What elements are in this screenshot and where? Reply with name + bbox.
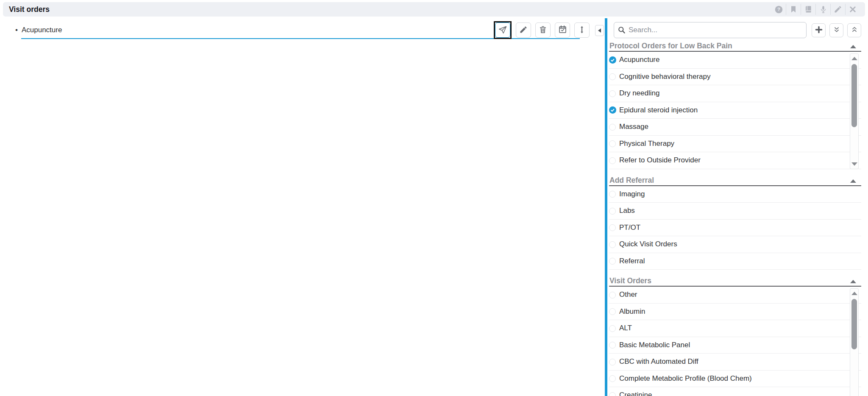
scroll-down-icon[interactable] bbox=[851, 162, 857, 166]
order-item-label: Physical Therapy bbox=[619, 139, 674, 148]
order-item[interactable]: Basic Metabolic Panel bbox=[609, 337, 861, 354]
order-item-label: Dry needling bbox=[619, 89, 659, 98]
scroll-up-icon[interactable] bbox=[851, 57, 857, 60]
order-item-label: ALT bbox=[619, 324, 632, 332]
order-item-label: PT/OT bbox=[619, 223, 640, 232]
order-item[interactable]: Quick Visit Orders bbox=[609, 236, 861, 253]
close-button[interactable] bbox=[846, 4, 860, 15]
check-circle-icon bbox=[609, 291, 616, 298]
order-item[interactable]: ALT bbox=[609, 320, 861, 337]
order-item[interactable]: Referral bbox=[609, 253, 861, 270]
order-item[interactable]: Refer to Outside Provider bbox=[609, 152, 861, 169]
order-item-label: Quick Visit Orders bbox=[619, 240, 677, 248]
order-item[interactable]: Albumin bbox=[609, 304, 861, 321]
resize-vertical-icon bbox=[578, 25, 586, 35]
check-circle-icon bbox=[609, 140, 616, 147]
order-item[interactable]: Massage bbox=[609, 119, 861, 136]
order-item[interactable]: Complete Metabolic Profile (Blood Chem) bbox=[609, 371, 861, 388]
section-header: Visit Orders bbox=[609, 276, 861, 287]
order-item[interactable]: Imaging bbox=[609, 186, 861, 203]
microphone-icon bbox=[819, 5, 828, 14]
order-bullet: • bbox=[15, 26, 18, 34]
delete-order-button[interactable] bbox=[535, 22, 551, 38]
order-item-label: Epidural steroid injection bbox=[619, 106, 698, 114]
order-item[interactable]: Creatinine bbox=[609, 387, 861, 396]
order-item[interactable]: Other bbox=[609, 287, 861, 304]
check-circle-icon bbox=[609, 257, 616, 265]
order-item-label: Albumin bbox=[619, 307, 645, 316]
order-item[interactable]: Labs bbox=[609, 203, 861, 220]
order-item-label: Refer to Outside Provider bbox=[619, 156, 701, 165]
edit-note-button[interactable] bbox=[831, 4, 845, 15]
check-circle-icon bbox=[609, 375, 616, 382]
panel-search-row bbox=[614, 22, 861, 38]
collapse-panel-button[interactable] bbox=[595, 25, 604, 36]
collapse-all-button[interactable] bbox=[829, 23, 843, 37]
bookmark-button[interactable] bbox=[786, 4, 801, 15]
list-scrollbar[interactable] bbox=[850, 53, 859, 169]
order-item-label: Cognitive behavioral therapy bbox=[619, 73, 710, 81]
check-circle-icon bbox=[609, 308, 616, 315]
section-list: Acupuncture Cognitive behavioral therapy… bbox=[609, 52, 861, 169]
chevron-left-icon bbox=[598, 28, 601, 33]
add-icon bbox=[815, 25, 823, 35]
section-list: Other Albumin ALT Basic Metabolic Panel bbox=[609, 287, 861, 396]
send-icon bbox=[498, 25, 507, 36]
dictation-button[interactable] bbox=[816, 4, 830, 15]
page-title: Visit orders bbox=[3, 5, 50, 14]
order-item-label: Creatinine bbox=[619, 391, 652, 396]
check-circle-icon bbox=[609, 106, 616, 114]
selected-order-row[interactable]: • Acupuncture bbox=[15, 26, 62, 34]
check-circle-icon bbox=[609, 73, 616, 80]
triangle-up-icon[interactable] bbox=[850, 179, 856, 183]
order-item[interactable]: PT/OT bbox=[609, 220, 861, 237]
close-icon bbox=[849, 6, 857, 13]
send-button[interactable] bbox=[495, 22, 510, 38]
help-button[interactable]: ? bbox=[771, 4, 786, 15]
edit-order-button[interactable] bbox=[516, 22, 531, 38]
check-circle-icon bbox=[609, 341, 616, 349]
order-item[interactable]: Acupuncture bbox=[609, 52, 861, 69]
order-item[interactable]: CBC with Automated Diff bbox=[609, 354, 861, 371]
triangle-up-icon[interactable] bbox=[850, 280, 856, 283]
bookmark-icon bbox=[789, 5, 798, 14]
schedule-order-button[interactable] bbox=[555, 22, 570, 38]
order-item[interactable]: Dry needling bbox=[609, 85, 861, 102]
check-circle-icon bbox=[609, 56, 616, 64]
orders-panel: Protocol Orders for Low Back Pain Acupun… bbox=[607, 16, 868, 396]
check-circle-icon bbox=[609, 207, 616, 215]
panel-sections: Protocol Orders for Low Back Pain Acupun… bbox=[609, 42, 861, 396]
check-circle-icon bbox=[609, 392, 616, 396]
section-title: Visit Orders bbox=[609, 276, 651, 285]
calendar-check-icon bbox=[558, 25, 567, 35]
search-input[interactable] bbox=[614, 22, 807, 38]
check-circle-icon bbox=[609, 241, 616, 248]
check-circle-icon bbox=[609, 224, 616, 231]
check-circle-icon bbox=[609, 358, 616, 365]
order-item[interactable]: Physical Therapy bbox=[609, 136, 861, 153]
scrollbar-thumb[interactable] bbox=[851, 64, 857, 127]
titlebar: Visit orders ? bbox=[3, 2, 865, 17]
help-icon: ? bbox=[774, 5, 783, 14]
triangle-up-icon[interactable] bbox=[850, 45, 856, 48]
scroll-up-icon[interactable] bbox=[851, 292, 857, 295]
order-item[interactable]: Cognitive behavioral therapy bbox=[609, 69, 861, 86]
list-scrollbar[interactable] bbox=[850, 288, 859, 396]
check-circle-icon bbox=[609, 190, 616, 198]
order-item-label: CBC with Automated Diff bbox=[619, 357, 698, 366]
order-item-label: Complete Metabolic Profile (Blood Chem) bbox=[619, 374, 752, 383]
search-icon bbox=[618, 26, 626, 36]
scrollbar-thumb[interactable] bbox=[851, 299, 857, 349]
book-button[interactable] bbox=[801, 4, 815, 15]
selected-order-label: Acupuncture bbox=[22, 26, 62, 34]
order-item[interactable]: Epidural steroid injection bbox=[609, 102, 861, 119]
check-circle-icon bbox=[609, 157, 616, 164]
section-header: Protocol Orders for Low Back Pain bbox=[609, 42, 861, 52]
expand-all-button[interactable] bbox=[847, 23, 861, 37]
double-chevron-up-icon bbox=[850, 25, 859, 35]
add-order-button[interactable] bbox=[812, 23, 826, 37]
order-section: Visit Orders Other Albumin bbox=[609, 276, 861, 396]
resize-order-button[interactable] bbox=[574, 22, 590, 38]
section-title: Protocol Orders for Low Back Pain bbox=[609, 42, 732, 50]
order-item-label: Acupuncture bbox=[619, 56, 659, 64]
